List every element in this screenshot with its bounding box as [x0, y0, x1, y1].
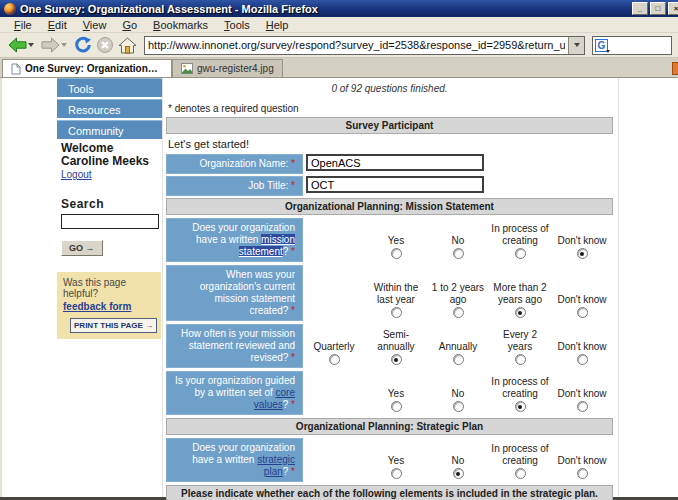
empty-option-cell — [303, 265, 365, 321]
forward-history-caret[interactable] — [61, 43, 67, 47]
sidebar-item-resources[interactable]: Resources — [57, 99, 162, 118]
radio-button[interactable] — [515, 354, 526, 365]
option-cell: Don't know — [551, 265, 613, 321]
window-title: One Survey: Organizational Assessment - … — [20, 3, 318, 15]
google-search-icon[interactable]: G — [595, 39, 608, 52]
window-controls: _ □ × — [632, 2, 678, 15]
sidebar-item-community[interactable]: Community — [57, 120, 162, 139]
browser-window: One Survey: Organizational Assessment - … — [0, 0, 678, 500]
forward-button[interactable] — [39, 35, 61, 56]
home-icon — [118, 37, 137, 54]
required-note: * denotes a required question — [168, 103, 613, 114]
required-marker: * — [291, 158, 295, 169]
radio-button[interactable] — [515, 401, 526, 412]
option-label: Don't know — [557, 294, 606, 306]
option-label: In process of creating — [490, 443, 550, 466]
radio-button[interactable] — [515, 468, 526, 479]
text-input[interactable] — [306, 176, 484, 193]
menu-bar: FileEditViewGoBookmarksToolsHelp — [0, 17, 678, 33]
menu-item-file[interactable]: File — [6, 18, 40, 32]
option-cell: No — [427, 438, 489, 482]
option-cell: Yes — [365, 438, 427, 482]
reload-button[interactable] — [72, 35, 94, 56]
radio-button[interactable] — [515, 248, 526, 259]
close-button[interactable]: × — [668, 2, 678, 15]
print-page-button[interactable]: PRINT THIS PAGE → — [70, 318, 157, 333]
radio-button[interactable] — [577, 354, 588, 365]
home-button[interactable] — [116, 35, 138, 56]
menu-item-tools[interactable]: Tools — [216, 18, 258, 32]
navigation-toolbar: G — [0, 33, 678, 58]
menu-item-view[interactable]: View — [75, 18, 115, 32]
radio-button[interactable] — [453, 307, 464, 318]
radio-button[interactable] — [453, 468, 464, 479]
search-go-button[interactable]: GO → — [61, 240, 103, 256]
answer-options: YesNoIn process of creatingDon't know — [303, 438, 613, 482]
option-cell: Quarterly — [303, 324, 365, 368]
maximize-button[interactable]: □ — [650, 2, 666, 15]
url-history-dropdown[interactable] — [568, 37, 584, 54]
tab-1[interactable]: One Survey: Organizational Assessm... — [2, 59, 172, 77]
option-label: Don't know — [557, 341, 606, 353]
survey-body: Survey ParticipantLet's get started!Orga… — [166, 117, 613, 500]
radio-button[interactable] — [391, 354, 402, 365]
back-history-caret[interactable] — [28, 43, 34, 47]
tab-strip-overflow-icon — [672, 62, 678, 75]
radio-button[interactable] — [391, 307, 402, 318]
radio-button[interactable] — [577, 401, 588, 412]
survey-content: 0 of 92 questions finished. * denotes a … — [163, 78, 619, 497]
web-search-box: G — [592, 36, 672, 55]
required-marker: * — [288, 305, 295, 316]
title-bar: One Survey: Organizational Assessment - … — [0, 0, 678, 17]
radio-button[interactable] — [515, 307, 526, 318]
option-cell: Yes — [365, 371, 427, 415]
option-cell: Don't know — [551, 438, 613, 482]
radio-button[interactable] — [453, 248, 464, 259]
option-label: Quarterly — [313, 341, 354, 353]
menu-item-go[interactable]: Go — [114, 18, 145, 32]
stop-button[interactable] — [94, 35, 116, 56]
url-input[interactable] — [145, 38, 568, 53]
question-row: When was your organization's current mis… — [166, 265, 613, 321]
option-label: Yes — [388, 388, 404, 400]
answer-options: YesNoIn process of creatingDon't know — [303, 371, 613, 415]
option-cell: No — [427, 218, 489, 262]
menu-item-edit[interactable]: Edit — [40, 18, 75, 32]
welcome-text: Welcome Caroline Meeks — [61, 142, 162, 168]
radio-button[interactable] — [453, 354, 464, 365]
option-cell: Don't know — [551, 324, 613, 368]
question-label: When was your organization's current mis… — [166, 265, 303, 321]
radio-button[interactable] — [391, 248, 402, 259]
text-input[interactable] — [306, 154, 484, 171]
sidebar-item-tools[interactable]: Tools — [57, 78, 162, 97]
option-cell: 1 to 2 years ago — [427, 265, 489, 321]
radio-button[interactable] — [577, 468, 588, 479]
menu-item-help[interactable]: Help — [258, 18, 297, 32]
radio-button[interactable] — [453, 401, 464, 412]
question-row: Does your organization have a written mi… — [166, 218, 613, 262]
option-label: Don't know — [557, 235, 606, 247]
option-label: 1 to 2 years ago — [428, 282, 488, 305]
radio-button[interactable] — [391, 401, 402, 412]
sidebar-nav: ToolsResourcesCommunity — [57, 78, 162, 139]
back-button[interactable] — [6, 35, 28, 56]
option-cell: In process of creating — [489, 438, 551, 482]
empty-option-cell — [303, 218, 365, 262]
url-bar — [144, 36, 585, 55]
feedback-form-link[interactable]: feedback form — [63, 301, 131, 312]
sidebar-search-input[interactable] — [61, 214, 159, 229]
minimize-button[interactable]: _ — [632, 2, 648, 15]
tab-2[interactable]: gwu-register4.jpg — [172, 59, 283, 77]
firefox-app-icon — [4, 3, 16, 15]
radio-button[interactable] — [391, 468, 402, 479]
radio-button[interactable] — [577, 248, 588, 259]
image-icon — [181, 63, 193, 74]
question-row: How often is your mission statement revi… — [166, 324, 613, 368]
radio-button[interactable] — [577, 307, 588, 318]
option-label: Yes — [388, 235, 404, 247]
answer-options: QuarterlySemi-annuallyAnnuallyEvery 2 ye… — [303, 324, 613, 368]
logout-link[interactable]: Logout — [61, 169, 92, 180]
menu-item-bookmarks[interactable]: Bookmarks — [145, 18, 216, 32]
web-search-input[interactable] — [610, 38, 671, 53]
radio-button[interactable] — [329, 354, 340, 365]
